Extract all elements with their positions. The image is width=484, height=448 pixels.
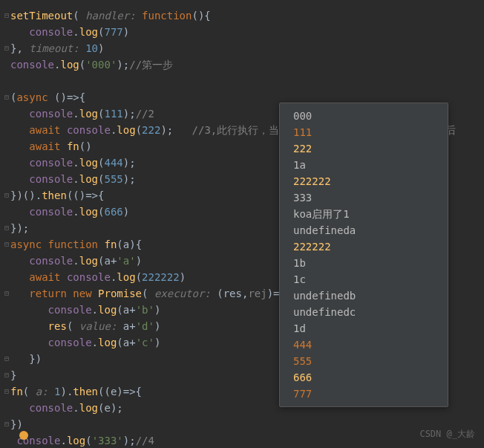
console-output-line: 222222 xyxy=(280,238,448,255)
console-output-line: undefineda xyxy=(280,222,448,238)
console-output-popup[interactable]: 0001112221a222222333koa启用了1undefineda222… xyxy=(279,103,448,407)
console-output-line: 444 xyxy=(280,337,448,353)
console-output-line: 222222 xyxy=(280,173,448,189)
console-output-line: 666 xyxy=(280,369,448,386)
console-output-line: 333 xyxy=(280,189,448,206)
caret-indicator-icon xyxy=(19,431,28,440)
console-output-line: 111 xyxy=(280,124,448,140)
console-output-line: 1c xyxy=(280,271,448,288)
console-output-line: undefinedc xyxy=(280,304,448,320)
code-line[interactable]: ⊟setTimeout( handler: function(){ xyxy=(10,7,484,24)
console-output-line: undefinedb xyxy=(280,288,448,304)
code-line[interactable]: console.log(777) xyxy=(10,24,484,40)
code-line[interactable]: console.log('333');//4 xyxy=(10,432,484,448)
console-output-line: 1a xyxy=(280,157,448,173)
code-line[interactable] xyxy=(10,73,484,89)
code-line[interactable]: ⊟}) xyxy=(10,416,484,432)
console-output-line: 222 xyxy=(280,140,448,157)
console-output-line: 1b xyxy=(280,255,448,271)
code-line[interactable]: ⊟}, timeout: 10) xyxy=(10,40,484,56)
code-line[interactable]: console.log('000');//第一步 xyxy=(10,56,484,73)
console-output-line: koa启用了1 xyxy=(280,206,448,222)
console-output-line: 000 xyxy=(280,108,448,124)
console-output-line: 555 xyxy=(280,353,448,369)
watermark: CSDN @_大龄 xyxy=(419,428,475,441)
console-output-line: 777 xyxy=(280,386,448,402)
console-output-line: 1d xyxy=(280,320,448,337)
